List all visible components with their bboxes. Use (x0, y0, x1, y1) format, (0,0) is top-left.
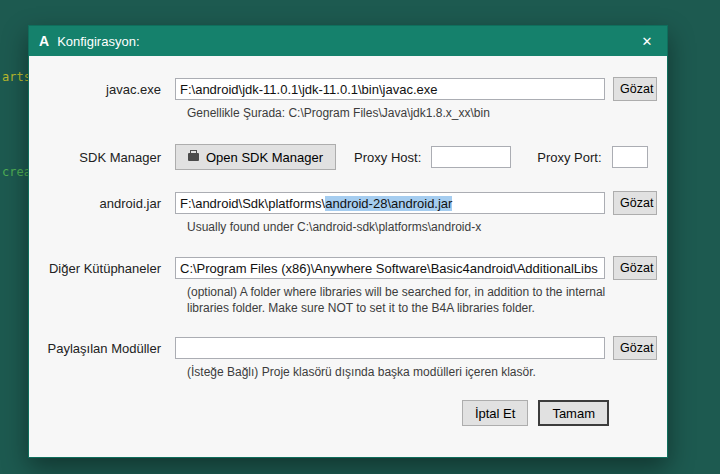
shared-modules-row: Paylaşılan Modüller Gözat (41, 336, 657, 360)
cancel-button[interactable]: İptal Et (462, 400, 528, 426)
desktop: { "window": { "title": "Konfigirasyon:",… (0, 0, 720, 474)
dialog-title: Konfigirasyon: (57, 34, 139, 49)
android-jar-selected-text: android-28\android.jar (325, 196, 452, 211)
sdk-manager-row: SDK Manager Open SDK Manager Proxy Host:… (41, 144, 657, 170)
android-jar-hint: Usually found under C:\android-sdk\platf… (187, 219, 657, 235)
ok-button[interactable]: Tamam (538, 400, 609, 426)
shared-modules-label: Paylaşılan Modüller (41, 341, 161, 356)
shared-modules-browse-button[interactable]: Gözat (613, 336, 657, 360)
configuration-dialog: A Konfigirasyon: ✕ javac.exe Gözat Genel… (28, 25, 668, 458)
dialog-content: javac.exe Gözat Genellikle Şurada: C:\Pr… (29, 77, 667, 426)
proxy-host-label: Proxy Host: (354, 150, 421, 165)
proxy-host-input[interactable] (431, 146, 511, 168)
javac-browse-button[interactable]: Gözat (613, 77, 657, 101)
open-sdk-manager-label: Open SDK Manager (206, 150, 323, 165)
shared-modules-input[interactable] (175, 337, 605, 359)
android-jar-input[interactable]: F:\android\Sdk\platforms\android-28\andr… (175, 192, 605, 214)
javac-hint: Genellikle Şurada: C:\Program Files\Java… (187, 105, 657, 121)
android-jar-path-text: F:\android\Sdk\platforms\ (180, 196, 325, 211)
close-icon[interactable]: ✕ (627, 26, 667, 56)
additional-libs-label: Diğer Kütüphaneler (41, 261, 161, 276)
additional-libs-row: Diğer Kütüphaneler Gözat (41, 256, 657, 280)
dialog-footer: İptal Et Tamam (41, 400, 657, 426)
additional-libs-input[interactable] (175, 257, 605, 279)
android-jar-browse-button[interactable]: Gözat (613, 191, 657, 215)
app-logo-icon: A (39, 33, 49, 49)
javac-row: javac.exe Gözat (41, 77, 657, 101)
open-sdk-manager-button[interactable]: Open SDK Manager (175, 144, 336, 170)
javac-label: javac.exe (41, 82, 161, 97)
dialog-titlebar[interactable]: A Konfigirasyon: ✕ (29, 26, 667, 56)
android-jar-label: android.jar (41, 196, 161, 211)
shared-modules-hint: (İsteğe Bağlı) Proje klasörü dışında baş… (187, 364, 657, 380)
additional-libs-hint: (optional) A folder where libraries will… (187, 284, 649, 316)
javac-path-input[interactable] (175, 78, 605, 100)
background-code-fragment: arts (2, 70, 31, 84)
android-jar-row: android.jar F:\android\Sdk\platforms\and… (41, 191, 657, 215)
proxy-port-label: Proxy Port: (537, 150, 601, 165)
sdk-manager-icon (188, 153, 199, 161)
additional-libs-browse-button[interactable]: Gözat (613, 256, 657, 280)
proxy-port-input[interactable] (612, 146, 648, 168)
sdk-manager-label: SDK Manager (41, 150, 161, 165)
